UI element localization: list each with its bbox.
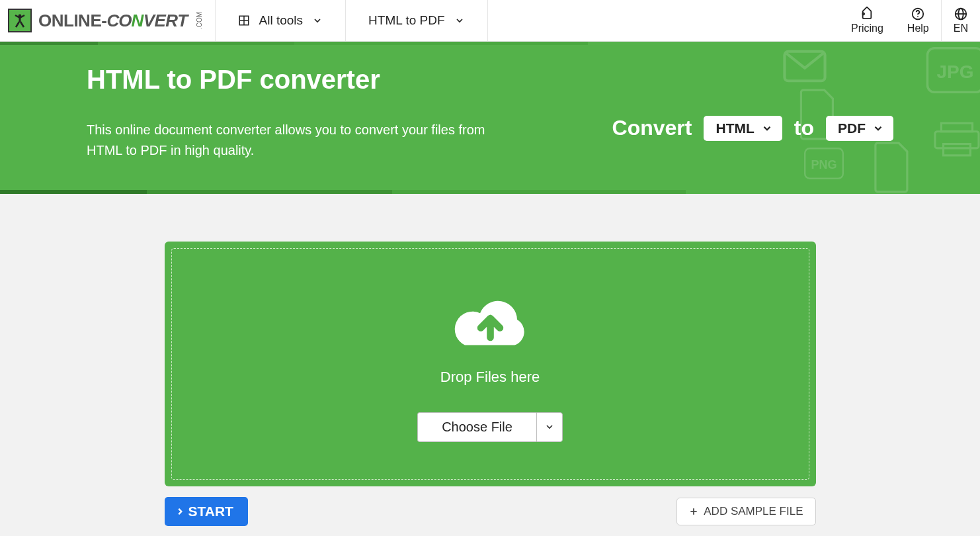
help-link[interactable]: Help <box>895 0 941 41</box>
to-format-value: PDF <box>838 120 866 136</box>
chevron-down-icon <box>312 15 323 26</box>
choose-file-group: Choose File <box>417 412 563 442</box>
svg-point-11 <box>917 16 919 17</box>
start-label: START <box>188 504 233 519</box>
svg-line-5 <box>20 22 24 27</box>
svg-text:JPG: JPG <box>936 62 973 82</box>
globe-icon <box>954 7 968 21</box>
drop-text: Drop Files here <box>440 369 540 386</box>
chevron-down-icon <box>454 15 465 26</box>
help-icon <box>911 7 925 21</box>
logo-tld: .COM <box>196 12 203 29</box>
language-label: EN <box>954 22 968 34</box>
convert-picker: Convert HTML to PDF <box>612 65 893 161</box>
choose-file-more-button[interactable] <box>536 412 563 442</box>
logo-mark-icon <box>8 9 32 32</box>
to-label: to <box>794 116 814 140</box>
sample-label: ADD SAMPLE FILE <box>704 505 803 518</box>
grid-icon <box>238 15 250 26</box>
from-format-select[interactable]: HTML <box>704 116 782 141</box>
plus-icon <box>689 507 698 516</box>
file-drop-zone[interactable]: Drop Files here Choose File <box>165 242 816 486</box>
printer-icon <box>930 121 980 157</box>
cloud-upload-icon <box>446 287 535 353</box>
svg-line-4 <box>16 22 19 27</box>
header-spacer <box>488 0 839 41</box>
logo[interactable]: ONLINE-CONVERT .COM <box>0 0 215 41</box>
all-tools-menu[interactable]: All tools <box>216 0 346 41</box>
chevron-down-icon <box>544 422 555 432</box>
main-content: Drop Files here Choose File START ADD SA… <box>165 242 816 526</box>
chevron-down-icon <box>761 122 773 134</box>
hero-section: JPG PNG HTML to PDF converter This onlin… <box>0 42 980 194</box>
to-format-select[interactable]: PDF <box>826 116 893 141</box>
choose-file-button[interactable]: Choose File <box>417 412 536 442</box>
page-description: This online document converter allows yo… <box>87 120 516 161</box>
action-row: START ADD SAMPLE FILE <box>165 497 816 526</box>
hero-bottom-accent <box>0 190 980 194</box>
svg-rect-16 <box>928 48 981 93</box>
chevron-right-icon <box>175 506 184 517</box>
language-switch[interactable]: EN <box>942 0 980 41</box>
svg-rect-18 <box>941 123 972 132</box>
logo-text: ONLINE-CONVERT <box>38 11 188 31</box>
start-button[interactable]: START <box>165 497 248 526</box>
svg-rect-20 <box>944 144 971 156</box>
tag-icon <box>860 7 874 21</box>
drop-inner: Drop Files here Choose File <box>171 248 809 480</box>
pricing-link[interactable]: Pricing <box>839 0 895 41</box>
pricing-label: Pricing <box>851 22 883 34</box>
page-title: HTML to PDF converter <box>87 65 586 95</box>
all-tools-label: All tools <box>259 13 304 28</box>
add-sample-file-button[interactable]: ADD SAMPLE FILE <box>676 498 815 525</box>
convert-label: Convert <box>612 116 692 140</box>
jpg-badge-icon: JPG <box>924 47 980 93</box>
header-bar: ONLINE-CONVERT .COM All tools HTML to PD… <box>0 0 980 42</box>
chevron-down-icon <box>872 122 884 134</box>
current-tool-menu[interactable]: HTML to PDF <box>346 0 487 41</box>
help-label: Help <box>907 22 929 34</box>
from-format-value: HTML <box>715 120 754 136</box>
svg-rect-19 <box>935 132 979 148</box>
current-tool-label: HTML to PDF <box>368 13 444 28</box>
svg-point-9 <box>862 13 865 15</box>
